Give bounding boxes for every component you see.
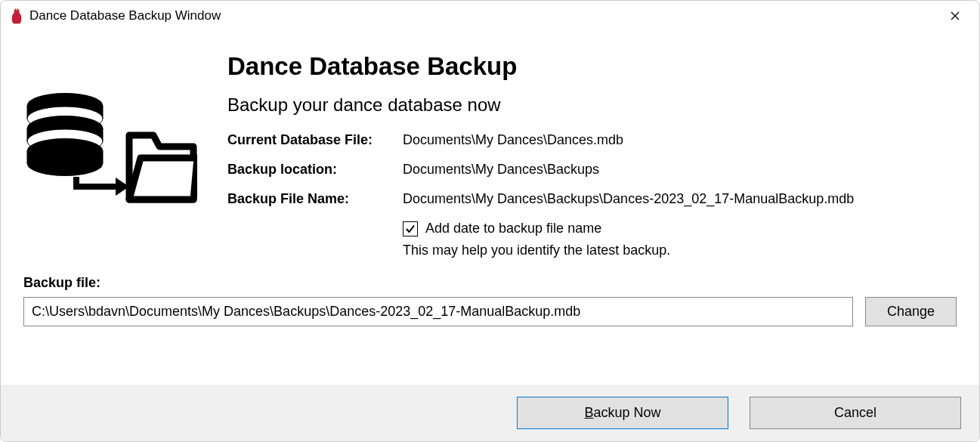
page-subtitle: Backup your dance database now — [227, 94, 957, 116]
current-db-value: Documents\My Dances\Dances.mdb — [403, 132, 957, 148]
add-date-checkbox[interactable] — [403, 221, 418, 236]
backup-now-button[interactable]: Backup Now — [517, 397, 728, 429]
backup-now-rest: ackup Now — [593, 405, 660, 420]
dialog-window: Dance Database Backup Window — [0, 0, 980, 442]
app-icon — [10, 7, 23, 25]
svg-point-0 — [16, 8, 18, 11]
main-area: Dance Database Backup Backup your dance … — [1, 29, 979, 266]
backup-file-section: Backup file: Change — [1, 266, 979, 331]
add-date-checkbox-row: Add date to backup file name — [403, 221, 957, 236]
backup-location-row: Backup location: Documents\My Dances\Bac… — [227, 162, 957, 178]
database-folder-icon — [23, 90, 197, 226]
close-button[interactable] — [940, 5, 970, 27]
current-db-row: Current Database File: Documents\My Danc… — [227, 132, 957, 148]
backup-location-value: Documents\My Dances\Backups — [403, 162, 957, 178]
titlebar: Dance Database Backup Window — [1, 1, 979, 29]
window-title: Dance Database Backup Window — [29, 8, 221, 23]
page-title: Dance Database Backup — [227, 52, 957, 81]
backup-now-accelerator: B — [584, 405, 593, 420]
close-icon — [951, 11, 960, 20]
cancel-button[interactable]: Cancel — [750, 397, 961, 429]
backup-filename-row: Backup File Name: Documents\My Dances\Ba… — [227, 191, 957, 207]
backup-file-input[interactable] — [23, 297, 853, 326]
backup-filename-label: Backup File Name: — [227, 191, 403, 207]
button-bar: Backup Now Cancel — [1, 385, 979, 441]
add-date-hint: This may help you identify the latest ba… — [403, 243, 957, 258]
backup-filename-value: Documents\My Dances\Backups\Dances-2023_… — [403, 191, 957, 207]
info-column: Dance Database Backup Backup your dance … — [227, 52, 957, 258]
backup-file-label: Backup file: — [23, 275, 957, 291]
file-input-row: Change — [23, 297, 957, 326]
svg-point-15 — [27, 152, 103, 176]
titlebar-left: Dance Database Backup Window — [10, 7, 221, 25]
icon-column — [23, 52, 205, 258]
checkmark-icon — [405, 224, 416, 234]
change-button[interactable]: Change — [865, 297, 957, 326]
current-db-label: Current Database File: — [227, 132, 403, 148]
content-area: Dance Database Backup Backup your dance … — [1, 29, 979, 441]
backup-location-label: Backup location: — [227, 162, 403, 178]
add-date-checkbox-label: Add date to backup file name — [425, 221, 601, 236]
